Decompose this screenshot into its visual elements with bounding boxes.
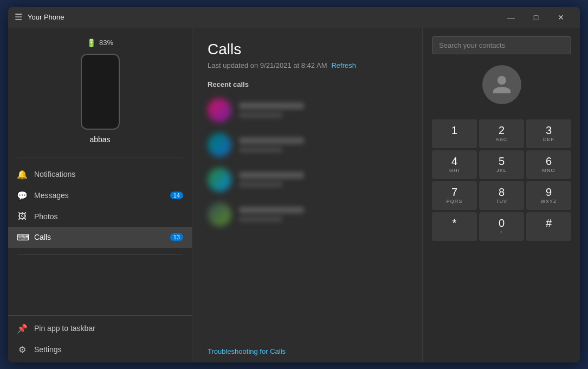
call-info	[239, 172, 407, 187]
settings-icon: ⚙	[17, 345, 28, 355]
battery-percent: 83%	[99, 39, 113, 47]
call-info	[239, 103, 407, 118]
dial-number: 5	[499, 156, 505, 167]
dial-key-4[interactable]: 4 GHI	[432, 150, 477, 179]
dial-letters: WXYZ	[541, 199, 557, 205]
search-input[interactable]	[432, 36, 571, 54]
phone-name: abbas	[89, 135, 110, 144]
call-detail	[239, 182, 282, 187]
dial-key-hash[interactable]: #	[526, 212, 571, 241]
pin-icon: 📌	[17, 323, 28, 334]
title-bar-controls: — □ ✕	[499, 7, 573, 28]
calls-subtitle: Last updated on 9/21/2021 at 8:42 AM Ref…	[208, 61, 407, 69]
battery-icon: 🔋	[87, 39, 96, 47]
dial-grid: 1 2 ABC 3 DEF 4 GHI	[432, 119, 571, 241]
main-content: Calls Last updated on 9/21/2021 at 8:42 …	[192, 28, 580, 362]
dial-key-8[interactable]: 8 TUV	[479, 181, 524, 210]
call-avatar	[208, 168, 231, 192]
dial-key-1[interactable]: 1	[432, 119, 477, 148]
user-icon	[491, 74, 513, 96]
call-item[interactable]	[192, 128, 422, 162]
call-detail	[239, 147, 282, 152]
call-name	[239, 137, 304, 144]
sidebar-divider	[17, 157, 183, 157]
sidebar-item-photos[interactable]: 🖼 Photos	[8, 206, 192, 227]
dial-letters: JKL	[496, 168, 507, 174]
dial-number: 7	[451, 187, 457, 198]
troubleshoot-link[interactable]: Troubleshooting for Calls	[208, 347, 286, 355]
sidebar-item-messages[interactable]: 💬 Messages 14	[8, 185, 192, 206]
battery-info: 🔋 83%	[87, 39, 113, 47]
dial-key-2[interactable]: 2 ABC	[479, 119, 524, 148]
notifications-icon: 🔔	[17, 169, 28, 180]
call-avatar	[208, 133, 231, 157]
call-name	[239, 103, 304, 109]
dial-number: #	[546, 218, 552, 228]
call-item[interactable]	[192, 197, 422, 232]
sidebar-label-calls: Calls	[34, 233, 51, 241]
sidebar-item-pin[interactable]: 📌 Pin app to taskbar	[8, 318, 192, 339]
app-body: 🔋 83% abbas 🔔 Notifications 💬 Messages 1…	[8, 28, 580, 362]
call-info	[239, 207, 407, 222]
dial-number: *	[453, 218, 457, 228]
calls-panel: Calls Last updated on 9/21/2021 at 8:42 …	[192, 28, 422, 362]
dial-letters: ABC	[496, 137, 508, 143]
sidebar-item-calls[interactable]: ⌨ Calls 13	[8, 227, 192, 248]
minimize-button[interactable]: —	[499, 7, 524, 28]
sidebar-bottom: 📌 Pin app to taskbar ⚙ Settings	[8, 315, 192, 362]
refresh-link[interactable]: Refresh	[331, 61, 356, 69]
dial-letters: GHI	[449, 168, 460, 174]
call-info	[239, 137, 407, 152]
sidebar-label-pin: Pin app to taskbar	[34, 324, 95, 333]
title-bar: ☰ Your Phone — □ ✕	[8, 7, 580, 28]
dial-number: 3	[546, 125, 552, 136]
calls-badge: 13	[170, 233, 183, 241]
dial-key-6[interactable]: 6 MNO	[526, 150, 571, 179]
sidebar-item-notifications[interactable]: 🔔 Notifications	[8, 164, 192, 185]
maximize-button[interactable]: □	[524, 7, 548, 28]
dial-key-7[interactable]: 7 PQRS	[432, 181, 477, 210]
dial-number: 2	[499, 125, 505, 136]
app-window: ☰ Your Phone — □ ✕ 🔋 83% abbas 🔔	[8, 7, 580, 362]
calls-icon: ⌨	[17, 232, 28, 243]
sidebar-label-notifications: Notifications	[34, 170, 75, 179]
hamburger-icon[interactable]: ☰	[15, 12, 22, 22]
dial-letters: +	[500, 230, 503, 236]
dial-number: 1	[451, 125, 457, 136]
call-name	[239, 172, 304, 179]
dialer-panel: 1 2 ABC 3 DEF 4 GHI	[423, 28, 580, 362]
call-avatar	[208, 202, 231, 226]
dial-key-5[interactable]: 5 JKL	[479, 150, 524, 179]
dial-key-0[interactable]: 0 +	[479, 212, 524, 241]
dial-number: 6	[546, 156, 552, 167]
sidebar-label-photos: Photos	[34, 212, 58, 221]
dial-number: 8	[499, 187, 505, 198]
phone-image	[81, 54, 120, 130]
nav-items: 🔔 Notifications 💬 Messages 14 🖼 Photos ⌨…	[8, 162, 192, 250]
dial-number: 9	[546, 187, 552, 198]
call-item[interactable]	[192, 93, 422, 128]
calls-header: Calls Last updated on 9/21/2021 at 8:42 …	[192, 28, 422, 76]
sidebar-item-settings[interactable]: ⚙ Settings	[8, 339, 192, 360]
phone-info: 🔋 83% abbas	[8, 28, 192, 152]
sidebar-bottom-divider	[17, 255, 183, 255]
call-detail	[239, 217, 282, 222]
last-updated-text: Last updated on 9/21/2021 at 8:42 AM	[208, 61, 327, 69]
messages-badge: 14	[170, 192, 183, 199]
close-button[interactable]: ✕	[548, 7, 573, 28]
calls-list	[192, 93, 422, 340]
call-name	[239, 207, 304, 213]
call-avatar	[208, 98, 231, 122]
sidebar-label-settings: Settings	[34, 345, 62, 354]
calls-title: Calls	[208, 41, 407, 58]
call-item[interactable]	[192, 162, 422, 197]
messages-icon: 💬	[17, 190, 28, 201]
dial-key-9[interactable]: 9 WXYZ	[526, 181, 571, 210]
dial-letters: TUV	[496, 199, 507, 205]
title-bar-left: ☰ Your Phone	[15, 12, 499, 22]
app-title: Your Phone	[28, 13, 64, 21]
dial-number: 4	[451, 156, 457, 167]
recent-calls-label: Recent calls	[192, 76, 422, 93]
dial-key-3[interactable]: 3 DEF	[526, 119, 571, 148]
dial-key-star[interactable]: *	[432, 212, 477, 241]
